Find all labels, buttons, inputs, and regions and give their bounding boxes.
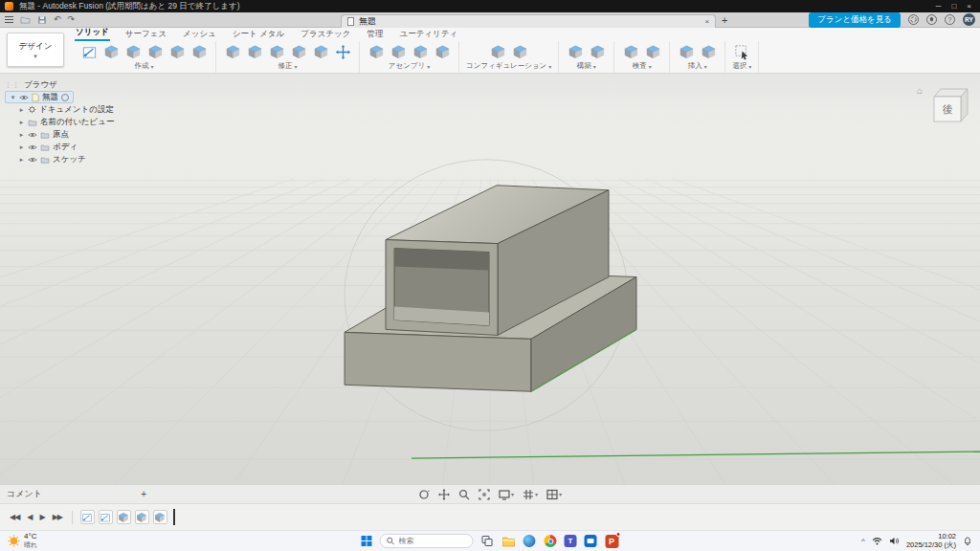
minimize-button[interactable]: ─ <box>936 2 942 11</box>
teams-icon[interactable]: T <box>565 535 577 547</box>
fillet-tool-icon[interactable] <box>245 42 264 61</box>
visibility-eye-icon[interactable] <box>19 94 29 101</box>
home-view-icon[interactable]: ⌂ <box>917 85 923 96</box>
group-assemble-dropdown[interactable]: アセンブリ▾ <box>389 61 430 73</box>
measure-tool-icon[interactable] <box>621 42 640 61</box>
timeline-play-icon[interactable]: ▶ <box>37 513 46 521</box>
timeline-skip-start-icon[interactable]: ◀◀ <box>8 513 21 521</box>
orbit-icon[interactable] <box>418 489 430 500</box>
timeline-feature-sketch[interactable] <box>80 510 95 524</box>
base-front-face[interactable] <box>345 332 531 391</box>
construct-plane-tool-icon[interactable] <box>566 42 585 61</box>
zoom-icon[interactable] <box>458 489 470 500</box>
maximize-button[interactable]: □ <box>951 2 956 11</box>
group-select-dropdown[interactable]: 選択▾ <box>732 61 751 73</box>
tree-item-document-settings[interactable]: ▸ ドキュメントの設定 <box>5 103 158 116</box>
collapse-arrow-icon[interactable]: ▾ <box>10 94 16 101</box>
expand-arrow-icon[interactable]: ▸ <box>18 106 25 114</box>
help-icon[interactable]: ? <box>945 14 955 25</box>
task-view-icon[interactable] <box>480 534 495 548</box>
create-sketch-icon[interactable] <box>79 42 99 61</box>
insert-canvas-tool-icon[interactable] <box>699 42 718 61</box>
configuration-table-tool-icon[interactable] <box>510 42 529 61</box>
undo-icon[interactable]: ↶ <box>54 15 61 24</box>
group-create-dropdown[interactable]: 作成▾ <box>134 61 153 73</box>
tab-close-icon[interactable]: × <box>704 17 709 26</box>
group-modify-dropdown[interactable]: 修正▾ <box>278 61 297 73</box>
browser-root-node[interactable]: ▾ 無題 <box>5 91 74 103</box>
save-icon[interactable] <box>37 15 47 25</box>
expand-arrow-icon[interactable]: ▸ <box>18 156 25 164</box>
volume-icon[interactable] <box>889 537 900 545</box>
joint-tool-icon[interactable] <box>389 42 408 61</box>
offset-face-tool-icon[interactable] <box>311 42 330 61</box>
interference-tool-icon[interactable] <box>643 42 662 61</box>
visibility-eye-icon[interactable] <box>28 131 37 139</box>
job-status-icon[interactable] <box>908 14 919 25</box>
powerpoint-icon[interactable]: P <box>605 534 619 548</box>
tab-utilities[interactable]: ユーティリティ <box>398 29 458 41</box>
expand-arrow-icon[interactable]: ▸ <box>18 119 25 126</box>
tab-solid[interactable]: ソリッド <box>75 27 110 41</box>
tree-item-named-views[interactable]: ▸ 名前の付いたビュー <box>5 116 158 128</box>
wifi-icon[interactable] <box>872 537 882 545</box>
new-component-tool-icon[interactable] <box>367 42 386 61</box>
extrude-tool-icon[interactable] <box>123 42 143 61</box>
loft-tool-icon[interactable] <box>189 42 209 61</box>
chrome-browser-icon[interactable] <box>544 534 558 548</box>
visibility-eye-icon[interactable] <box>28 156 37 164</box>
timeline-feature-extrude[interactable] <box>117 510 131 524</box>
new-tab-button[interactable]: + <box>722 14 727 26</box>
visibility-eye-icon[interactable] <box>28 143 37 151</box>
tab-mesh[interactable]: メッシュ <box>182 29 217 41</box>
document-tab[interactable]: 無題 × <box>341 14 716 28</box>
3d-viewport[interactable]: ⋮⋮ ブラウザ ▾ 無題 ▸ ドキュメントの設定 ▸ 名前の付い <box>0 74 980 503</box>
store-icon[interactable] <box>584 534 598 548</box>
display-settings-icon[interactable]: ▾ <box>499 489 514 500</box>
close-button[interactable]: × <box>967 2 971 11</box>
revolve-tool-icon[interactable] <box>145 42 165 61</box>
combine-tool-icon[interactable] <box>289 42 308 61</box>
expand-arrow-icon[interactable]: ▸ <box>18 143 25 151</box>
menu-icon[interactable] <box>5 16 13 23</box>
timeline-step-back-icon[interactable]: ◀ <box>25 513 33 521</box>
select-tool-icon[interactable] <box>732 42 751 61</box>
workspace-selector[interactable]: デザイン ▾ <box>7 33 64 67</box>
group-insert-dropdown[interactable]: 挿入▾ <box>688 61 707 73</box>
shell-tool-icon[interactable] <box>267 42 286 61</box>
group-inspect-dropdown[interactable]: 検査▾ <box>633 61 652 73</box>
view-cube[interactable]: ⌂ 後 <box>917 85 970 127</box>
grid-snap-icon[interactable]: ▾ <box>523 489 538 500</box>
press-pull-tool-icon[interactable] <box>223 42 242 61</box>
tree-item-origin[interactable]: ▸ 原点 <box>5 128 158 141</box>
move-copy-tool-icon[interactable] <box>333 42 352 61</box>
tree-item-sketches[interactable]: ▸ スケッチ <box>5 153 158 165</box>
notifications-bell-icon[interactable] <box>926 14 937 25</box>
panel-drag-handle-icon[interactable]: ⋮⋮ <box>5 81 20 89</box>
as-built-joint-tool-icon[interactable] <box>411 42 430 61</box>
viewports-icon[interactable]: ▾ <box>546 489 562 500</box>
notification-center-icon[interactable] <box>963 537 972 546</box>
timeline-feature-extrude[interactable] <box>135 510 149 524</box>
ground-component-icon[interactable] <box>61 94 69 101</box>
tab-surface[interactable]: サーフェス <box>124 29 167 41</box>
comments-panel[interactable]: コメント + <box>0 488 153 500</box>
tray-chevron-up-icon[interactable]: ^ <box>861 537 865 545</box>
configuration-tool-icon[interactable] <box>488 42 507 61</box>
add-comment-icon[interactable]: + <box>141 489 146 499</box>
sweep-tool-icon[interactable] <box>167 42 187 61</box>
search-input[interactable] <box>399 537 466 545</box>
open-folder-icon[interactable] <box>20 15 31 24</box>
tree-item-bodies[interactable]: ▸ ボディ <box>5 141 158 153</box>
insert-mesh-tool-icon[interactable] <box>677 42 696 61</box>
fit-view-icon[interactable] <box>479 489 490 500</box>
group-configure-dropdown[interactable]: コンフィギュレーション▾ <box>466 61 551 73</box>
rigid-group-tool-icon[interactable] <box>433 42 452 61</box>
tab-plastic[interactable]: プラスチック <box>300 29 351 41</box>
timeline-feature-sketch[interactable] <box>99 510 113 524</box>
redo-icon[interactable]: ↷ <box>68 15 76 24</box>
timeline-feature-extrude[interactable] <box>153 510 167 524</box>
group-construct-dropdown[interactable]: 構築▾ <box>577 61 596 73</box>
file-explorer-icon[interactable] <box>501 534 516 548</box>
box-tool-icon[interactable] <box>101 42 121 61</box>
